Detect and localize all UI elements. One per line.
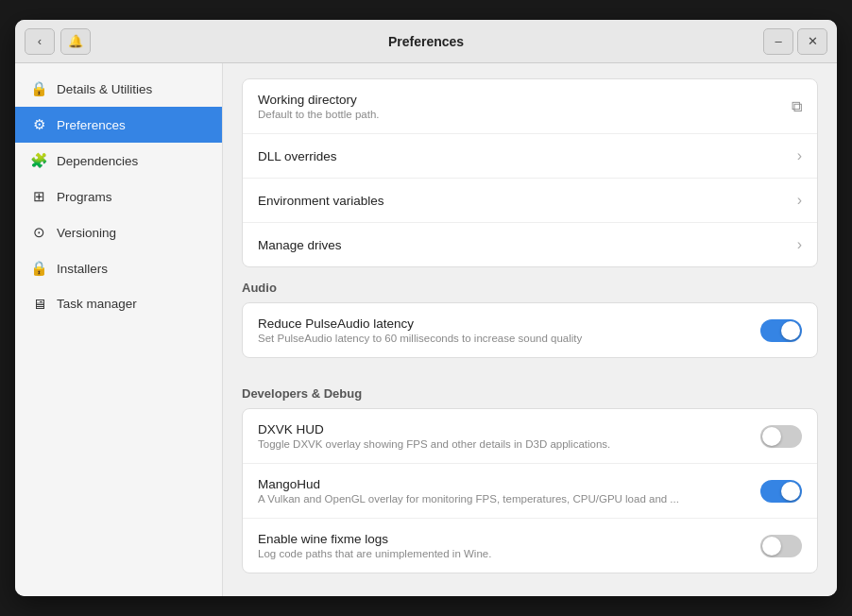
dxvk-hud-title: DXVK HUD	[258, 422, 760, 436]
dll-overrides-text: DLL overrides	[258, 149, 790, 163]
sidebar: 🔒 Details & Utilities ⚙ Preferences 🧩 De…	[15, 63, 223, 596]
developers-card-group: DXVK HUD Toggle DXVK overlay showing FPS…	[242, 408, 818, 573]
titlebar: ‹ 🔔 Preferences – ✕	[15, 20, 837, 63]
sidebar-item-details-label: Details & Utilities	[57, 82, 152, 96]
reduce-pulse-text: Reduce PulseAudio latency Set PulseAudio…	[258, 317, 760, 344]
sidebar-item-dependencies[interactable]: 🧩 Dependencies	[15, 143, 222, 179]
dxvk-hud-toggle[interactable]	[760, 425, 802, 448]
window-title: Preferences	[388, 34, 464, 49]
manage-drives-chevron: ›	[797, 236, 802, 253]
sidebar-item-details[interactable]: 🔒 Details & Utilities	[15, 71, 222, 107]
sidebar-item-preferences-label: Preferences	[57, 118, 126, 132]
wine-fixme-toggle[interactable]	[760, 535, 802, 557]
versioning-icon: ⊙	[30, 224, 47, 241]
sidebar-item-programs-label: Programs	[57, 190, 112, 204]
titlebar-right-controls: – ✕	[763, 28, 827, 55]
wine-fixme-text: Enable wine fixme logs Log code paths th…	[258, 532, 760, 559]
dll-overrides-chevron: ›	[797, 147, 802, 164]
developers-section: Developers & Debug DXVK HUD Toggle DXVK …	[223, 373, 837, 589]
wine-fixme-title: Enable wine fixme logs	[258, 532, 760, 546]
sidebar-item-installers-label: Installers	[57, 262, 108, 276]
back-icon: ‹	[38, 34, 42, 48]
environment-variables-text: Environment variables	[258, 194, 790, 208]
manage-drives-title: Manage drives	[258, 238, 790, 252]
wine-fixme-slider	[760, 535, 802, 557]
minimize-icon: –	[775, 34, 781, 48]
task-manager-icon: 🖥	[30, 296, 47, 312]
audio-section: Audio Reduce PulseAudio latency Set Puls…	[223, 267, 837, 373]
sidebar-item-dependencies-label: Dependencies	[57, 154, 138, 168]
dxvk-hud-subtitle: Toggle DXVK overlay showing FPS and othe…	[258, 438, 760, 450]
sidebar-item-programs[interactable]: ⊞ Programs	[15, 179, 222, 214]
copy-icon: ⧉	[792, 98, 802, 115]
reduce-pulse-title: Reduce PulseAudio latency	[258, 317, 760, 331]
dxvk-hud-item: DXVK HUD Toggle DXVK overlay showing FPS…	[243, 409, 817, 464]
bell-button[interactable]: 🔔	[60, 28, 91, 55]
bell-icon: 🔔	[68, 34, 83, 48]
mangohud-subtitle: A Vulkan and OpenGL overlay for monitori…	[258, 493, 760, 505]
top-section: Working directory Default to the bottle …	[223, 63, 837, 267]
dll-overrides-item[interactable]: DLL overrides ›	[243, 134, 817, 179]
working-directory-text: Working directory Default to the bottle …	[258, 93, 792, 120]
reduce-pulse-subtitle: Set PulseAudio latency to 60 millisecond…	[258, 333, 760, 344]
manage-drives-text: Manage drives	[258, 238, 790, 252]
developers-header: Developers & Debug	[242, 373, 818, 408]
app-body: 🔒 Details & Utilities ⚙ Preferences 🧩 De…	[15, 63, 837, 596]
reduce-pulse-slider	[760, 319, 802, 342]
audio-card-group: Reduce PulseAudio latency Set PulseAudio…	[242, 302, 818, 358]
manage-drives-item[interactable]: Manage drives ›	[243, 223, 817, 266]
programs-icon: ⊞	[30, 188, 47, 205]
dll-overrides-title: DLL overrides	[258, 149, 790, 163]
dependencies-icon: 🧩	[30, 152, 47, 169]
back-button[interactable]: ‹	[25, 28, 55, 55]
mangohud-text: MangoHud A Vulkan and OpenGL overlay for…	[258, 477, 760, 505]
reduce-pulse-item: Reduce PulseAudio latency Set PulseAudio…	[243, 303, 817, 357]
working-directory-title: Working directory	[258, 93, 792, 107]
close-icon: ✕	[808, 34, 818, 48]
reduce-pulse-toggle[interactable]	[760, 319, 802, 342]
sidebar-item-installers[interactable]: 🔒 Installers	[15, 250, 222, 286]
preferences-window: ‹ 🔔 Preferences – ✕ 🔒 Details & Utilitie…	[15, 20, 837, 596]
environment-variables-title: Environment variables	[258, 194, 790, 208]
dxvk-hud-text: DXVK HUD Toggle DXVK overlay showing FPS…	[258, 422, 760, 450]
minimize-button[interactable]: –	[763, 28, 793, 55]
environment-variables-item[interactable]: Environment variables ›	[243, 179, 817, 223]
sidebar-item-versioning-label: Versioning	[57, 226, 116, 240]
mangohud-slider	[760, 480, 802, 503]
details-icon: 🔒	[30, 80, 47, 97]
sidebar-item-task-manager-label: Task manager	[57, 297, 137, 311]
filesystem-card-group: Working directory Default to the bottle …	[242, 78, 818, 267]
wine-fixme-item: Enable wine fixme logs Log code paths th…	[243, 519, 817, 573]
close-button[interactable]: ✕	[797, 28, 827, 55]
main-content: Working directory Default to the bottle …	[223, 63, 837, 596]
installers-icon: 🔒	[30, 260, 47, 277]
sidebar-item-preferences[interactable]: ⚙ Preferences	[15, 107, 222, 143]
environment-variables-chevron: ›	[797, 192, 802, 209]
sidebar-item-versioning[interactable]: ⊙ Versioning	[15, 214, 222, 250]
mangohud-item: MangoHud A Vulkan and OpenGL overlay for…	[243, 464, 817, 519]
working-directory-item[interactable]: Working directory Default to the bottle …	[243, 79, 817, 134]
mangohud-toggle[interactable]	[760, 480, 802, 503]
preferences-icon: ⚙	[30, 116, 47, 133]
wine-fixme-subtitle: Log code paths that are unimplemented in…	[258, 548, 760, 559]
working-directory-subtitle: Default to the bottle path.	[258, 109, 792, 120]
dxvk-hud-slider	[760, 425, 802, 448]
audio-header: Audio	[242, 267, 818, 302]
mangohud-title: MangoHud	[258, 477, 760, 491]
sidebar-item-task-manager[interactable]: 🖥 Task manager	[15, 286, 222, 321]
titlebar-left-controls: ‹ 🔔	[25, 28, 91, 55]
